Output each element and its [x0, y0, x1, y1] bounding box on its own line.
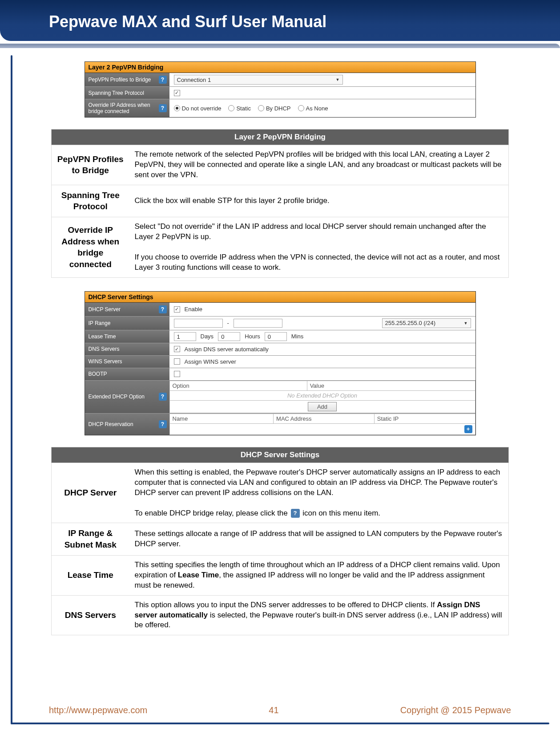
help-icon: ?: [291, 509, 300, 518]
ui1-row-override: Override IP Address when bridge connecte…: [85, 99, 475, 117]
chevron-down-icon: ▼: [464, 321, 468, 325]
ui1-row-profiles: PepVPN Profiles to Bridge ? Connection 1…: [85, 73, 475, 87]
ui1-header: Layer 2 PepVPN Bridging: [85, 62, 475, 73]
table2-row1-desc: These settings allocate a range of IP ad…: [129, 523, 509, 555]
table2-row0-label: DHCP Server: [52, 463, 129, 523]
ui1-stp-label: Spanning Tree Protocol: [85, 87, 169, 99]
subnet-mask-select[interactable]: 255.255.255.0 (/24) ▼: [382, 318, 471, 328]
add-button[interactable]: Add: [308, 402, 337, 411]
footer-url: http://www.pepwave.com: [49, 705, 147, 715]
table1-row0-desc: The remote network of the selected PepVP…: [129, 145, 509, 185]
document-header: Pepwave MAX and Surf User Manual: [0, 0, 560, 41]
override-radio-static[interactable]: [228, 105, 234, 111]
dhcp-enable-checkbox[interactable]: [174, 306, 180, 313]
ui-panel-dhcp: DHCP Server Settings DHCP Server ? Enabl…: [85, 291, 476, 435]
dns-auto-checkbox[interactable]: [174, 346, 180, 352]
ui2-header: DHCP Server Settings: [85, 292, 475, 303]
page-border-left: [11, 55, 12, 724]
table2-row3-desc: This option allows you to input the DNS …: [129, 595, 509, 635]
dhcp-reservation-table: Name MAC Address Static IP +: [169, 414, 475, 435]
page-footer: http://www.pepwave.com 41 Copyright @ 20…: [0, 705, 560, 715]
table-layer2-desc: Layer 2 PepVPN Bridging PepVPN Profiles …: [51, 129, 509, 278]
override-radio-donot[interactable]: [174, 105, 180, 111]
footer-page-number: 41: [269, 705, 278, 715]
help-icon[interactable]: ?: [159, 104, 167, 112]
ui2-wins-label: WINS Servers: [85, 356, 169, 368]
ui-panel-layer2: Layer 2 PepVPN Bridging PepVPN Profiles …: [85, 61, 476, 118]
help-icon[interactable]: ?: [159, 420, 167, 428]
manual-page: Pepwave MAX and Surf User Manual Layer 2…: [0, 0, 560, 735]
table1-header: Layer 2 PepVPN Bridging: [52, 130, 509, 145]
table2-row2-label: Lease Time: [52, 555, 129, 595]
table1-row0-label: PepVPN Profiles to Bridge: [52, 145, 129, 185]
ui2-iprange-label: IP Range: [85, 317, 169, 330]
help-icon[interactable]: ?: [159, 76, 167, 84]
ui2-dns-label: DNS Servers: [85, 343, 169, 355]
help-icon[interactable]: ?: [159, 305, 167, 313]
ui1-profiles-label: PepVPN Profiles to Bridge ?: [85, 73, 169, 86]
ui2-resv-label: DHCP Reservation ?: [85, 414, 169, 435]
table1-row1-desc: Click the box will enable STP for this l…: [129, 185, 509, 217]
ui2-bootp-label: BOOTP: [85, 368, 169, 380]
lease-days-input[interactable]: 1: [174, 332, 196, 341]
page-border-bottom: [11, 723, 549, 724]
table2-row0-desc: When this setting is enabled, the Pepwav…: [129, 463, 509, 523]
header-accent-bar: [0, 44, 560, 48]
ui2-lease-label: Lease Time: [85, 330, 169, 343]
ip-range-end-input[interactable]: [234, 319, 282, 328]
table-dhcp-desc: DHCP Server Settings DHCP Server When th…: [51, 447, 509, 636]
wins-checkbox[interactable]: [174, 358, 180, 365]
help-icon[interactable]: ?: [159, 393, 167, 401]
lease-hours-input[interactable]: 0: [218, 332, 240, 341]
document-title: Pepwave MAX and Surf User Manual: [49, 12, 542, 31]
bootp-checkbox[interactable]: [174, 371, 180, 377]
stp-checkbox[interactable]: [174, 90, 180, 96]
ui1-override-label: Override IP Address when bridge connecte…: [85, 99, 169, 117]
table1-row2-label: Override IP Address when bridge connecte…: [52, 217, 129, 278]
footer-copyright: Copyright @ 2015 Pepwave: [400, 705, 511, 715]
ip-range-start-input[interactable]: [174, 319, 223, 328]
table2-header: DHCP Server Settings: [52, 447, 509, 463]
plus-icon[interactable]: +: [464, 425, 472, 433]
chevron-down-icon: ▼: [336, 77, 340, 82]
table1-row2-desc: Select "Do not override" if the LAN IP a…: [129, 217, 509, 278]
override-radio-none[interactable]: [298, 105, 304, 111]
table2-row2-desc: This setting specifies the length of tim…: [129, 555, 509, 595]
override-radio-group: Do not override Static By DHCP As None: [169, 99, 475, 117]
profiles-select[interactable]: Connection 1 ▼: [174, 75, 343, 85]
table2-row1-label: IP Range & Subnet Mask: [52, 523, 129, 555]
extended-dhcp-table: Option Value No Extended DHCP Option Add: [169, 381, 475, 413]
ui2-dhcp-label: DHCP Server ?: [85, 303, 169, 316]
override-radio-dhcp[interactable]: [258, 105, 264, 111]
table2-row3-label: DNS Servers: [52, 595, 129, 635]
table1-row1-label: Spanning Tree Protocol: [52, 185, 129, 217]
ui1-row-stp: Spanning Tree Protocol: [85, 87, 475, 99]
lease-mins-input[interactable]: 0: [265, 332, 287, 341]
ui2-ext-label: Extended DHCP Option ?: [85, 381, 169, 413]
